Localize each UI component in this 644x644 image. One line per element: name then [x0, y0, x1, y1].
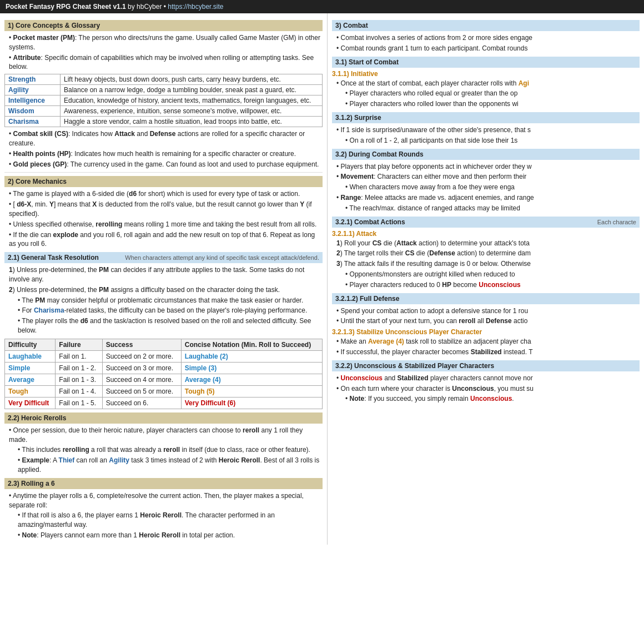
s322-sub1: Note: If you succeed, you simply remain …	[332, 394, 640, 404]
table-row: Strength Lift heavy objects, bust down d…	[5, 74, 323, 85]
diff-average: Average	[5, 374, 56, 385]
section21-header: 2.1) General Task Resolution When charac…	[4, 252, 323, 263]
s2-bullet3: Unless specified otherwise, rerolling me…	[4, 220, 323, 229]
pm-bullet: Pocket master (PM): The person who direc…	[4, 33, 323, 52]
cs-ref2: CS	[405, 249, 415, 257]
succ-tough: Succeed on 5 or more.	[102, 385, 181, 397]
s32-sub2: The reach/max. distance of ranged attack…	[332, 204, 640, 213]
succ-vdifficult: Succeed on 6.	[102, 397, 181, 409]
table-row: Laughable Fail on 1. Succeed on 2 or mor…	[5, 350, 323, 362]
s2-bullet1: The game is played with a 6-sided die (d…	[4, 189, 323, 199]
s3211-step3: 3) The attack fails if the resulting dam…	[332, 259, 640, 269]
succ-average: Succeed on 4 or more.	[102, 374, 181, 385]
fail-average: Fail on 1 - 3.	[56, 374, 102, 385]
table-row: Tough Fail on 1 - 4. Succeed on 5 or mor…	[5, 385, 323, 397]
diff-laughable: Laughable	[5, 350, 56, 362]
attr-strength-name: Strength	[5, 74, 61, 85]
section3213-header: 3.2.1.3) Stabilize Unconscious Player Ch…	[332, 328, 640, 336]
header: Pocket Fantasy RPG Cheat Sheet v1.1 by h…	[0, 0, 644, 13]
s311-bullet1: Once at the start of combat, each player…	[332, 79, 640, 88]
step2-num: 2	[9, 286, 13, 294]
s3211-sub1: Opponents/monsters are outright killed w…	[332, 270, 640, 279]
nota-laughable: Laughable (2)	[181, 350, 322, 362]
col-success: Success	[102, 339, 181, 350]
nota-vdifficult: Very Difficult (6)	[181, 397, 322, 409]
header-title: Pocket Fantasy RPG Cheat Sheet v1.1 by h…	[6, 3, 223, 11]
section22-header: 2.2) Heroic Rerolls	[4, 412, 323, 424]
s22-bullet1: Once per session, due to their heroic na…	[4, 426, 323, 445]
thief-ref: Thief	[59, 456, 75, 464]
step1-num: 1	[9, 266, 13, 274]
reroll-ref: reroll	[243, 426, 259, 434]
agility-ref: Agility	[109, 456, 129, 464]
s312-sub1: On a roll of 1 - 2, all participants on …	[332, 136, 640, 145]
unconscious-ref2: Unconscious	[341, 374, 383, 382]
table-header-row: Difficulty Failure Success Concise Notat…	[5, 339, 323, 350]
section321-desc: Each characte	[597, 219, 636, 225]
section21-label: 2.1) General Task Resolution	[8, 254, 99, 261]
d6x-term: d6-X	[17, 200, 31, 208]
attr-wisdom-name: Wisdom	[5, 106, 61, 117]
s312-bullet1: If 1 side is surprised/unaware of the ot…	[332, 125, 640, 135]
section31-header: 3.1) Start of Combat	[332, 57, 640, 68]
section321-header: 3.2.1) Combat Actions Each characte	[332, 217, 640, 228]
rerolling-ref: rerolling	[63, 446, 89, 454]
table-row: Very Difficult Fail on 1 - 5. Succeed on…	[5, 397, 323, 409]
pm-ref1: PM	[99, 266, 109, 274]
nota-average: Average (4)	[181, 374, 322, 385]
cs-defense: Defense	[150, 130, 176, 138]
left-column: 1) Core Concepts & Glossary Pocket maste…	[0, 13, 328, 545]
charisma-ref: Charisma	[34, 306, 64, 314]
s3213-bullet2: If successful, the player character beco…	[332, 348, 640, 357]
s32-bullet1: Players that play before opponents act i…	[332, 162, 640, 172]
step3-ref: 3	[336, 260, 340, 268]
note-label: Note	[22, 531, 37, 539]
rerolling-term: rerolling	[95, 220, 122, 228]
s23-sub1: If that roll is also a 6, the player ear…	[4, 511, 323, 530]
s322-bullet2: On each turn where your character is Unc…	[332, 384, 640, 394]
attr-wisdom-desc: Awareness, experience, intuition, sense …	[61, 106, 323, 117]
fail-vdifficult: Fail on 1 - 5.	[56, 397, 102, 409]
stabilized-ref: Stabilized	[471, 348, 502, 356]
example-label: Example	[22, 456, 49, 464]
section312-header: 3.1.2) Surprise	[332, 112, 640, 123]
s3213-bullet1: Make an Average (4) task roll to stabili…	[332, 337, 640, 346]
section322-header: 3.2.2) Unconscious & Stabilized Player C…	[332, 360, 640, 371]
s22-sub2: Example: A Thief can roll an Agility tas…	[4, 456, 323, 475]
table-row: Simple Fail on 1 - 2. Succeed on 3 or mo…	[5, 362, 323, 374]
s311-sub2: Player characters who rolled lower than …	[332, 99, 640, 109]
table-row: Intelligence Education, knowledge of his…	[5, 95, 323, 106]
d6-ref: d6	[80, 317, 88, 325]
average4-ref: Average (4)	[368, 338, 404, 345]
y-term2: Y	[300, 200, 304, 208]
d6-term: d6	[129, 190, 137, 198]
s21-sub3: The player rolls the d6 and the task/act…	[4, 316, 323, 335]
defense-ref: Defense	[429, 249, 455, 257]
s3211-step1: 1) Roll your CS die (Attack action) to d…	[332, 239, 640, 248]
diff-simple: Simple	[5, 362, 56, 374]
header-url[interactable]: https://hbcyber.site	[168, 3, 223, 11]
hp-bullet: Health points (HP): Indicates how much h…	[4, 149, 323, 159]
s3-bullet1: Combat involves a series of actions from…	[332, 33, 640, 43]
section1-header: 1) Core Concepts & Glossary	[4, 20, 323, 31]
fail-laughable: Fail on 1.	[56, 350, 102, 362]
fail-tough: Fail on 1 - 4.	[56, 385, 102, 397]
diff-tough: Tough	[5, 385, 56, 397]
attr-agility-desc: Balance on a narrow ledge, dodge a tumbl…	[61, 85, 323, 95]
step2-ref: 2	[336, 249, 340, 257]
attr-term: Attribute	[13, 54, 41, 62]
range-term: Range	[341, 194, 361, 202]
attr-intelligence-desc: Education, knowledge of history, ancient…	[61, 95, 323, 106]
cs-term: Combat skill (CS)	[13, 130, 68, 138]
header-by: by hbCyber	[128, 3, 162, 11]
col-failure: Failure	[56, 339, 102, 350]
s32-sub1: When characters move away from a foe the…	[332, 183, 640, 192]
hp-ref: HP	[442, 281, 451, 289]
pm-term: Pocket master (PM)	[13, 34, 75, 42]
s311-sub1: Player characters who rolled equal or gr…	[332, 89, 640, 98]
s21-sub1: The PM may consider helpful or problemat…	[4, 296, 323, 305]
attr-bullet: Attribute: Specific domain of capabiliti…	[4, 53, 323, 72]
s23-bullet1: Anytime the player rolls a 6, complete/r…	[4, 491, 323, 510]
attr-agility-name: Agility	[5, 85, 61, 95]
cs-bullet: Combat skill (CS): Indicates how Attack …	[4, 129, 323, 148]
